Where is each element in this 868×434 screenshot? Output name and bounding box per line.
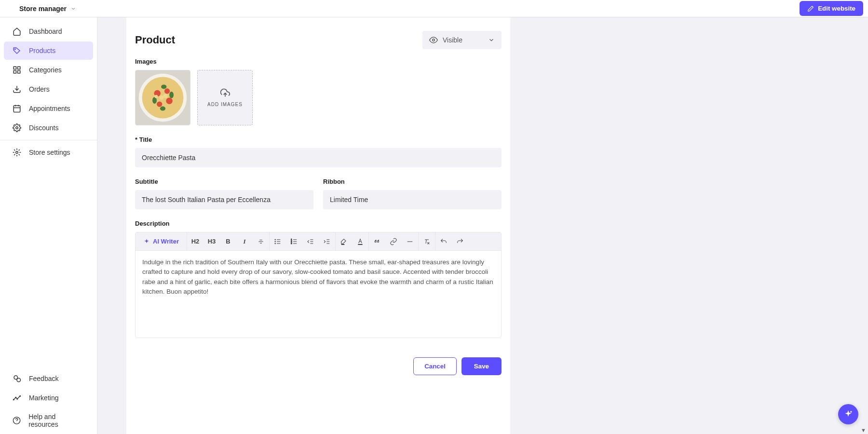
svg-point-11 xyxy=(16,151,18,154)
sidebar-item-help[interactable]: Help and resources xyxy=(4,408,93,433)
quote-button[interactable] xyxy=(369,232,385,250)
sidebar-item-orders[interactable]: Orders xyxy=(4,80,93,98)
hr-button[interactable] xyxy=(402,232,418,250)
svg-point-34 xyxy=(155,95,158,98)
edit-website-label: Edit website xyxy=(818,5,855,12)
bullet-list-icon xyxy=(274,238,282,245)
indent-icon xyxy=(323,238,331,245)
sidebar-item-dashboard[interactable]: Dashboard xyxy=(4,22,93,41)
description-editor: AI Writer H2 H3 B I 123 xyxy=(135,232,502,338)
svg-point-26 xyxy=(166,98,173,105)
svg-point-32 xyxy=(160,95,164,100)
subtitle-input[interactable] xyxy=(135,190,313,209)
eye-icon xyxy=(429,36,438,44)
sidebar-item-label: Products xyxy=(29,47,55,54)
grid-icon xyxy=(13,66,21,74)
calendar-icon xyxy=(13,104,21,113)
sidebar-item-label: Orders xyxy=(29,85,50,93)
sidebar-item-feedback[interactable]: Feedback xyxy=(4,369,93,388)
product-card: Product Visible Images xyxy=(126,17,510,434)
add-images-button[interactable]: ADD IMAGES xyxy=(197,70,253,125)
clear-format-icon xyxy=(423,238,431,245)
sidebar-item-label: Dashboard xyxy=(29,27,62,35)
numbered-list-icon: 123 xyxy=(290,238,298,245)
sidebar-item-products[interactable]: Products xyxy=(4,41,93,60)
numbered-list-button[interactable]: 123 xyxy=(286,232,302,250)
description-textarea[interactable]: Indulge in the rich tradition of Souther… xyxy=(136,251,501,338)
svg-point-14 xyxy=(14,399,14,400)
sidebar-item-categories[interactable]: Categories xyxy=(4,61,93,79)
save-button[interactable]: Save xyxy=(461,357,502,375)
sidebar: Dashboard Products Categories Orders App… xyxy=(0,17,97,434)
scroll-down-arrow[interactable]: ▼ xyxy=(861,427,866,433)
svg-point-20 xyxy=(433,39,435,41)
svg-text:3: 3 xyxy=(291,242,292,244)
visibility-select[interactable]: Visible xyxy=(422,31,502,49)
product-image-thumb[interactable] xyxy=(135,70,190,125)
feedback-icon xyxy=(13,374,21,383)
highlight-button[interactable] xyxy=(336,232,352,250)
svg-rect-6 xyxy=(14,106,20,112)
pasta-image xyxy=(136,70,190,125)
svg-rect-3 xyxy=(14,71,16,73)
sidebar-item-label: Store settings xyxy=(29,149,70,156)
hr-icon xyxy=(406,238,414,245)
editor-toolbar: AI Writer H2 H3 B I 123 xyxy=(136,232,501,251)
h3-button[interactable]: H3 xyxy=(203,232,220,250)
svg-point-29 xyxy=(169,92,174,98)
svg-point-30 xyxy=(161,84,166,89)
topbar: Store manager Edit website xyxy=(0,0,868,17)
visibility-value: Visible xyxy=(443,36,462,44)
ai-assistant-fab[interactable] xyxy=(838,404,858,424)
svg-point-38 xyxy=(275,241,275,242)
sidebar-item-store-settings[interactable]: Store settings xyxy=(4,143,93,162)
svg-point-17 xyxy=(20,396,21,397)
bullet-list-button[interactable] xyxy=(270,232,286,250)
quote-icon xyxy=(373,238,381,245)
tag-icon xyxy=(13,46,21,55)
sidebar-item-discounts[interactable]: Discounts xyxy=(4,119,93,137)
svg-point-16 xyxy=(17,399,18,400)
title-input[interactable] xyxy=(135,148,502,167)
redo-button[interactable] xyxy=(452,232,468,250)
undo-icon xyxy=(440,238,448,245)
text-color-icon xyxy=(356,238,364,245)
images-label: Images xyxy=(135,58,502,65)
highlight-icon xyxy=(340,238,348,245)
sidebar-item-label: Categories xyxy=(29,66,62,74)
text-color-button[interactable] xyxy=(352,232,368,250)
svg-point-39 xyxy=(275,243,275,244)
subtitle-label: Subtitle xyxy=(135,178,313,185)
edit-website-button[interactable]: Edit website xyxy=(800,1,863,16)
ribbon-input[interactable] xyxy=(323,190,502,209)
outdent-button[interactable] xyxy=(302,232,319,250)
svg-point-31 xyxy=(160,107,165,111)
description-label: Description xyxy=(135,220,502,227)
add-images-label: ADD IMAGES xyxy=(207,102,243,107)
sidebar-item-label: Marketing xyxy=(29,394,58,402)
h2-button[interactable]: H2 xyxy=(187,232,203,250)
chevron-down-icon xyxy=(70,6,76,12)
svg-point-13 xyxy=(17,378,21,382)
sidebar-item-marketing[interactable]: Marketing xyxy=(4,389,93,407)
undo-button[interactable] xyxy=(435,232,452,250)
gear-icon xyxy=(13,123,21,132)
link-button[interactable] xyxy=(385,232,402,250)
title-label: * Title xyxy=(135,136,502,143)
clear-format-button[interactable] xyxy=(419,232,435,250)
sidebar-item-appointments[interactable]: Appointments xyxy=(4,99,93,118)
svg-rect-1 xyxy=(14,67,16,69)
ai-writer-button[interactable]: AI Writer xyxy=(136,232,187,250)
store-manager-dropdown[interactable]: Store manager xyxy=(19,5,76,13)
italic-button[interactable]: I xyxy=(236,232,253,250)
sidebar-item-label: Discounts xyxy=(29,124,58,132)
page-title: Product xyxy=(135,34,175,46)
strikethrough-button[interactable] xyxy=(253,232,269,250)
indent-button[interactable] xyxy=(319,232,335,250)
chart-icon xyxy=(13,393,21,402)
cancel-button[interactable]: Cancel xyxy=(413,357,457,375)
download-icon xyxy=(13,85,21,94)
bold-button[interactable]: B xyxy=(220,232,236,250)
ai-writer-label: AI Writer xyxy=(153,238,179,245)
sparkle-icon xyxy=(143,238,150,245)
